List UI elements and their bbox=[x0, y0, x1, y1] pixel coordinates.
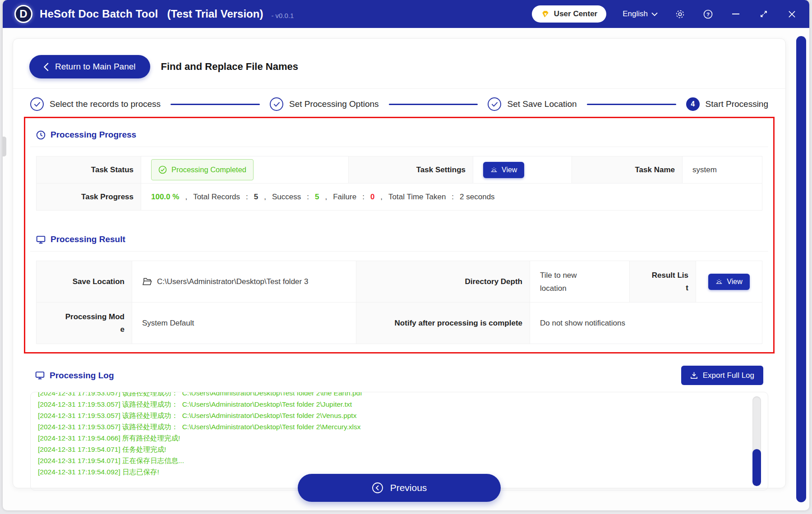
task-settings-cell: View bbox=[473, 156, 572, 183]
window-scrollbar-thumb[interactable] bbox=[796, 36, 806, 502]
close-button[interactable] bbox=[786, 8, 798, 20]
notify-label-text: Notify after processing is complete bbox=[389, 317, 522, 330]
result-list-label-text: Result List bbox=[650, 269, 688, 294]
check-circle-icon bbox=[158, 165, 167, 174]
task-progress-value: 100.0 %,Total Records:5,Success:5,Failur… bbox=[141, 184, 762, 210]
task-progress-label: Task Progress bbox=[37, 184, 141, 210]
monitor-icon bbox=[35, 371, 45, 380]
user-center-button[interactable]: User Center bbox=[532, 5, 606, 23]
view-button-label: View bbox=[502, 166, 517, 174]
status-badge: Processing Completed bbox=[151, 159, 254, 180]
user-center-label: User Center bbox=[554, 9, 597, 18]
task-status-label: Task Status bbox=[37, 156, 141, 183]
logo-letter: D bbox=[19, 8, 27, 20]
save-location-path: C:\Users\Administrator\Desktop\Test fold… bbox=[157, 275, 308, 288]
export-full-log-button[interactable]: Export Full Log bbox=[681, 366, 763, 385]
result-section-title: Processing Result bbox=[51, 234, 125, 244]
gem-icon bbox=[541, 10, 550, 18]
directory-depth-label: Directory Depth bbox=[356, 261, 530, 302]
chevron-left-circle-icon bbox=[372, 482, 383, 494]
step-number-badge: 4 bbox=[686, 97, 700, 111]
alarm-icon bbox=[715, 278, 723, 285]
step-check-icon bbox=[30, 97, 44, 111]
side-drawer-handle[interactable] bbox=[3, 137, 6, 156]
app-title: HeSoft Doc Batch Tool bbox=[40, 8, 158, 20]
step-connector bbox=[171, 104, 260, 105]
download-icon bbox=[690, 372, 698, 379]
task-status-value: Processing Completed bbox=[141, 156, 348, 183]
trial-label: (Test Trial Version) bbox=[167, 8, 263, 20]
section-divider bbox=[30, 147, 768, 147]
step-check-icon bbox=[488, 97, 501, 111]
export-button-label: Export Full Log bbox=[703, 371, 754, 380]
result-list-view-button[interactable]: View bbox=[708, 274, 749, 290]
step-label: Set Processing Options bbox=[289, 99, 379, 109]
log-scrollbar-track[interactable] bbox=[752, 396, 761, 486]
previous-button-label: Previous bbox=[390, 482, 427, 493]
processing-mode-label: Processing Mode bbox=[37, 303, 132, 344]
notify-value: Do not show notifications bbox=[530, 303, 762, 344]
step-start-processing[interactable]: 4 Start Processing bbox=[686, 97, 768, 111]
clock-icon bbox=[36, 130, 46, 140]
alarm-icon bbox=[490, 166, 498, 173]
save-location-label: Save Location bbox=[37, 261, 132, 302]
return-to-main-button[interactable]: Return to Main Panel bbox=[29, 55, 150, 78]
view-button-label: View bbox=[727, 278, 742, 286]
directory-depth-value: Tile to new location bbox=[530, 261, 629, 302]
chevron-down-icon bbox=[651, 12, 658, 16]
language-label: English bbox=[623, 9, 648, 18]
status-badge-label: Processing Completed bbox=[171, 163, 246, 176]
notify-label: Notify after processing is complete bbox=[356, 303, 530, 344]
log-lines: [2024-12-31 17:19:53.057] 该路径处理成功： C:\Us… bbox=[38, 392, 768, 477]
task-name-label: Task Name bbox=[572, 156, 682, 183]
step-select-records[interactable]: Select the records to process bbox=[30, 97, 161, 111]
settings-gear-icon[interactable] bbox=[674, 8, 686, 20]
save-location-value: C:\Users\Administrator\Desktop\Test fold… bbox=[132, 261, 356, 302]
task-settings-view-button[interactable]: View bbox=[483, 162, 524, 178]
processing-mode-value: System Default bbox=[132, 303, 356, 344]
main-panel: Return to Main Panel Find and Replace Fi… bbox=[13, 38, 786, 488]
step-check-icon bbox=[270, 97, 283, 111]
section-divider bbox=[30, 251, 768, 252]
result-list-cell: View bbox=[696, 261, 762, 302]
maximize-button[interactable] bbox=[758, 8, 770, 20]
chevron-left-icon bbox=[44, 63, 49, 71]
directory-depth-text: Tile to new location bbox=[540, 269, 591, 295]
step-processing-options[interactable]: Set Processing Options bbox=[270, 97, 379, 111]
result-list-label: Result List bbox=[630, 261, 696, 302]
step-label: Set Save Location bbox=[507, 99, 577, 109]
app-logo: D bbox=[14, 5, 32, 23]
svg-text:?: ? bbox=[706, 11, 709, 17]
processing-mode-label-text: Processing Mode bbox=[64, 311, 125, 336]
app-window: D HeSoft Doc Batch Tool (Test Trial Vers… bbox=[3, 0, 809, 510]
monitor-icon bbox=[36, 235, 46, 244]
version-label: - v0.0.1 bbox=[271, 9, 294, 19]
log-scrollbar-thumb[interactable] bbox=[752, 449, 761, 486]
minimize-button[interactable] bbox=[730, 8, 742, 20]
step-save-location[interactable]: Set Save Location bbox=[488, 97, 577, 111]
annotation-red-box: Processing Progress Task Status Processi… bbox=[24, 117, 775, 353]
progress-section-title: Processing Progress bbox=[51, 130, 136, 140]
step-label: Start Processing bbox=[706, 99, 768, 109]
return-button-label: Return to Main Panel bbox=[55, 62, 136, 72]
log-section-title: Processing Log bbox=[50, 371, 114, 381]
wizard-stepper: Select the records to process Set Proces… bbox=[30, 97, 768, 111]
language-selector[interactable]: English bbox=[623, 9, 658, 18]
page-title: Find and Replace File Names bbox=[161, 61, 298, 73]
header-divider bbox=[13, 88, 785, 89]
progress-table: Task Status Processing Completed Task Se… bbox=[36, 156, 762, 211]
step-connector bbox=[389, 104, 478, 105]
folder-icon bbox=[142, 277, 152, 286]
task-settings-label: Task Settings bbox=[349, 156, 473, 183]
task-name-value: system bbox=[683, 156, 762, 183]
step-connector bbox=[587, 104, 676, 105]
previous-button[interactable]: Previous bbox=[298, 474, 501, 502]
step-label: Select the records to process bbox=[50, 99, 161, 109]
titlebar: D HeSoft Doc Batch Tool (Test Trial Vers… bbox=[3, 0, 809, 28]
result-table: Save Location C:\Users\Administrator\Des… bbox=[36, 261, 762, 344]
help-icon[interactable]: ? bbox=[702, 8, 714, 20]
